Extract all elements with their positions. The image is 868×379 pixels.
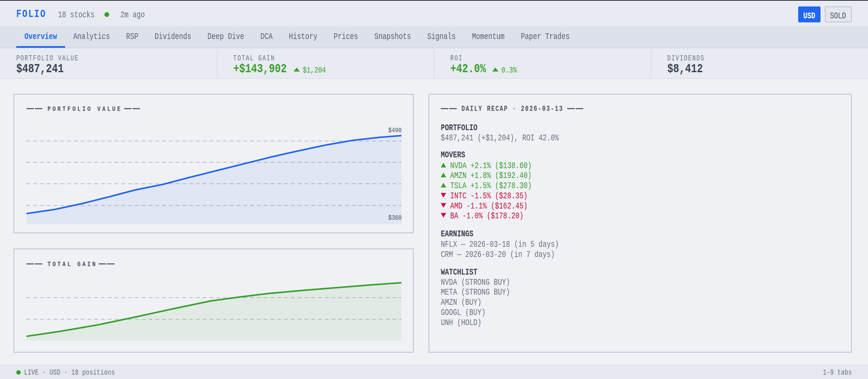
svg-text:$360k: $360k xyxy=(388,214,401,222)
svg-text:$490k: $490k xyxy=(388,126,401,134)
